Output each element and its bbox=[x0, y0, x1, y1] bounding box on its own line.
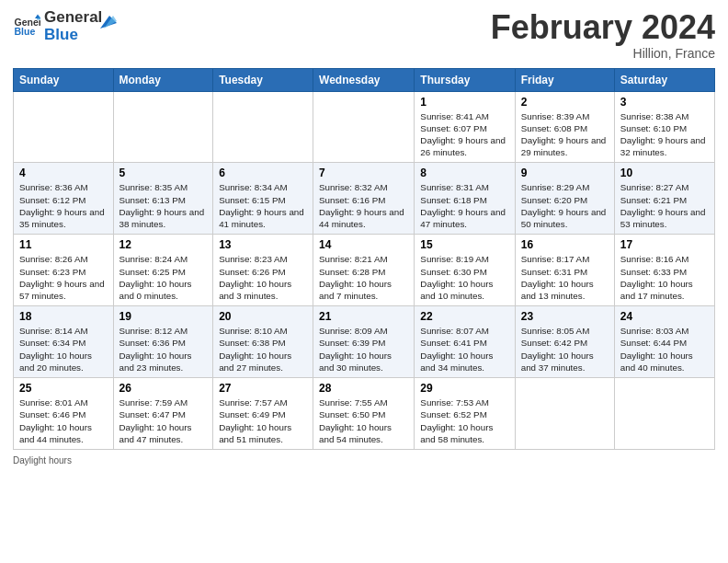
day-info: Sunrise: 8:29 AM Sunset: 6:20 PM Dayligh… bbox=[521, 181, 609, 230]
day-number: 13 bbox=[219, 238, 307, 251]
calendar-cell: 11Sunrise: 8:26 AM Sunset: 6:23 PM Dayli… bbox=[14, 235, 114, 306]
day-info: Sunrise: 8:39 AM Sunset: 6:08 PM Dayligh… bbox=[521, 110, 609, 159]
calendar-cell: 1Sunrise: 8:41 AM Sunset: 6:07 PM Daylig… bbox=[415, 91, 515, 163]
day-number: 28 bbox=[319, 382, 408, 395]
day-info: Sunrise: 8:14 AM Sunset: 6:34 PM Dayligh… bbox=[19, 325, 108, 373]
day-number: 14 bbox=[319, 238, 408, 251]
calendar-cell: 22Sunrise: 8:07 AM Sunset: 6:41 PM Dayli… bbox=[415, 306, 515, 378]
footer-label: Daylight hours bbox=[13, 455, 72, 465]
logo-arrow-icon bbox=[97, 12, 117, 32]
calendar-cell: 6Sunrise: 8:34 AM Sunset: 6:15 PM Daylig… bbox=[213, 163, 313, 235]
calendar-cell: 13Sunrise: 8:23 AM Sunset: 6:26 PM Dayli… bbox=[213, 235, 313, 306]
calendar-week-row: 18Sunrise: 8:14 AM Sunset: 6:34 PM Dayli… bbox=[14, 306, 715, 378]
calendar-cell bbox=[614, 378, 714, 450]
calendar-cell: 26Sunrise: 7:59 AM Sunset: 6:47 PM Dayli… bbox=[113, 378, 213, 450]
day-number: 29 bbox=[420, 382, 508, 395]
day-number: 23 bbox=[521, 310, 609, 323]
day-info: Sunrise: 8:27 AM Sunset: 6:21 PM Dayligh… bbox=[620, 181, 709, 230]
logo-icon: General Blue bbox=[13, 13, 40, 40]
calendar-cell bbox=[313, 91, 415, 163]
calendar-cell: 2Sunrise: 8:39 AM Sunset: 6:08 PM Daylig… bbox=[515, 91, 614, 163]
calendar-cell: 9Sunrise: 8:29 AM Sunset: 6:20 PM Daylig… bbox=[515, 163, 614, 235]
logo-text-general: General bbox=[44, 9, 102, 27]
calendar-cell: 17Sunrise: 8:16 AM Sunset: 6:33 PM Dayli… bbox=[614, 235, 714, 306]
calendar-cell bbox=[113, 91, 213, 163]
calendar-cell: 27Sunrise: 7:57 AM Sunset: 6:49 PM Dayli… bbox=[213, 378, 313, 450]
day-info: Sunrise: 8:35 AM Sunset: 6:13 PM Dayligh… bbox=[119, 181, 208, 230]
calendar-cell: 24Sunrise: 8:03 AM Sunset: 6:44 PM Dayli… bbox=[614, 306, 714, 378]
day-info: Sunrise: 8:34 AM Sunset: 6:15 PM Dayligh… bbox=[219, 181, 307, 230]
calendar-cell: 20Sunrise: 8:10 AM Sunset: 6:38 PM Dayli… bbox=[213, 306, 313, 378]
day-info: Sunrise: 8:21 AM Sunset: 6:28 PM Dayligh… bbox=[319, 253, 408, 302]
day-info: Sunrise: 8:16 AM Sunset: 6:33 PM Dayligh… bbox=[620, 253, 709, 302]
calendar-cell: 5Sunrise: 8:35 AM Sunset: 6:13 PM Daylig… bbox=[113, 163, 213, 235]
day-info: Sunrise: 7:57 AM Sunset: 6:49 PM Dayligh… bbox=[219, 396, 307, 445]
day-info: Sunrise: 8:03 AM Sunset: 6:44 PM Dayligh… bbox=[620, 325, 709, 373]
day-info: Sunrise: 8:09 AM Sunset: 6:39 PM Dayligh… bbox=[319, 325, 408, 373]
day-number: 4 bbox=[19, 167, 108, 179]
day-info: Sunrise: 7:53 AM Sunset: 6:52 PM Dayligh… bbox=[420, 396, 508, 445]
calendar-cell: 7Sunrise: 8:32 AM Sunset: 6:16 PM Daylig… bbox=[313, 163, 415, 235]
day-info: Sunrise: 8:19 AM Sunset: 6:30 PM Dayligh… bbox=[420, 253, 508, 302]
day-number: 8 bbox=[420, 167, 508, 179]
day-number: 21 bbox=[319, 310, 408, 323]
calendar-cell: 14Sunrise: 8:21 AM Sunset: 6:28 PM Dayli… bbox=[313, 235, 415, 306]
day-number: 12 bbox=[119, 238, 208, 251]
day-number: 16 bbox=[521, 238, 609, 251]
calendar-cell: 10Sunrise: 8:27 AM Sunset: 6:21 PM Dayli… bbox=[614, 163, 714, 235]
col-header-saturday: Saturday bbox=[614, 68, 714, 91]
day-info: Sunrise: 8:23 AM Sunset: 6:26 PM Dayligh… bbox=[219, 253, 307, 302]
col-header-monday: Monday bbox=[113, 68, 213, 91]
svg-text:Blue: Blue bbox=[15, 26, 36, 37]
day-number: 9 bbox=[521, 167, 609, 179]
calendar-cell: 12Sunrise: 8:24 AM Sunset: 6:25 PM Dayli… bbox=[113, 235, 213, 306]
day-number: 11 bbox=[19, 238, 108, 251]
logo-text-blue: Blue bbox=[44, 27, 102, 44]
calendar-cell: 21Sunrise: 8:09 AM Sunset: 6:39 PM Dayli… bbox=[313, 306, 415, 378]
calendar-cell: 8Sunrise: 8:31 AM Sunset: 6:18 PM Daylig… bbox=[415, 163, 515, 235]
col-header-wednesday: Wednesday bbox=[313, 68, 415, 91]
calendar-cell: 18Sunrise: 8:14 AM Sunset: 6:34 PM Dayli… bbox=[14, 306, 114, 378]
month-title: February 2024 bbox=[491, 9, 715, 46]
day-number: 27 bbox=[219, 382, 307, 395]
day-number: 2 bbox=[521, 96, 609, 109]
day-info: Sunrise: 8:07 AM Sunset: 6:41 PM Dayligh… bbox=[420, 325, 508, 373]
calendar-cell: 25Sunrise: 8:01 AM Sunset: 6:46 PM Dayli… bbox=[14, 378, 114, 450]
day-info: Sunrise: 8:26 AM Sunset: 6:23 PM Dayligh… bbox=[19, 253, 108, 302]
day-number: 6 bbox=[219, 167, 307, 179]
day-number: 7 bbox=[319, 167, 408, 179]
day-info: Sunrise: 8:05 AM Sunset: 6:42 PM Dayligh… bbox=[521, 325, 609, 373]
day-number: 19 bbox=[119, 310, 208, 323]
calendar-cell bbox=[515, 378, 614, 450]
calendar-week-row: 1Sunrise: 8:41 AM Sunset: 6:07 PM Daylig… bbox=[14, 91, 715, 163]
col-header-thursday: Thursday bbox=[415, 68, 515, 91]
day-info: Sunrise: 8:01 AM Sunset: 6:46 PM Dayligh… bbox=[19, 396, 108, 445]
location: Hillion, France bbox=[491, 46, 715, 61]
day-info: Sunrise: 8:41 AM Sunset: 6:07 PM Dayligh… bbox=[420, 110, 508, 159]
day-number: 15 bbox=[420, 238, 508, 251]
day-info: Sunrise: 8:32 AM Sunset: 6:16 PM Dayligh… bbox=[319, 181, 408, 230]
col-header-sunday: Sunday bbox=[14, 68, 114, 91]
day-info: Sunrise: 8:12 AM Sunset: 6:36 PM Dayligh… bbox=[119, 325, 208, 373]
day-info: Sunrise: 8:36 AM Sunset: 6:12 PM Dayligh… bbox=[19, 181, 108, 230]
day-number: 10 bbox=[620, 167, 709, 179]
day-number: 25 bbox=[19, 382, 108, 395]
calendar-cell: 15Sunrise: 8:19 AM Sunset: 6:30 PM Dayli… bbox=[415, 235, 515, 306]
day-number: 17 bbox=[620, 238, 709, 251]
day-number: 18 bbox=[19, 310, 108, 323]
logo: General Blue General Blue bbox=[13, 9, 117, 43]
calendar-week-row: 4Sunrise: 8:36 AM Sunset: 6:12 PM Daylig… bbox=[14, 163, 715, 235]
col-header-friday: Friday bbox=[515, 68, 614, 91]
header-row: SundayMondayTuesdayWednesdayThursdayFrid… bbox=[14, 68, 715, 91]
col-header-tuesday: Tuesday bbox=[213, 68, 313, 91]
day-number: 3 bbox=[620, 96, 709, 109]
calendar-cell bbox=[213, 91, 313, 163]
footer: Daylight hours bbox=[13, 455, 715, 465]
day-info: Sunrise: 8:17 AM Sunset: 6:31 PM Dayligh… bbox=[521, 253, 609, 302]
calendar-cell bbox=[14, 91, 114, 163]
page-container: General Blue General Blue February 2024 … bbox=[0, 0, 728, 475]
day-info: Sunrise: 8:10 AM Sunset: 6:38 PM Dayligh… bbox=[219, 325, 307, 373]
calendar-week-row: 25Sunrise: 8:01 AM Sunset: 6:46 PM Dayli… bbox=[14, 378, 715, 450]
day-info: Sunrise: 8:31 AM Sunset: 6:18 PM Dayligh… bbox=[420, 181, 508, 230]
calendar-cell: 23Sunrise: 8:05 AM Sunset: 6:42 PM Dayli… bbox=[515, 306, 614, 378]
